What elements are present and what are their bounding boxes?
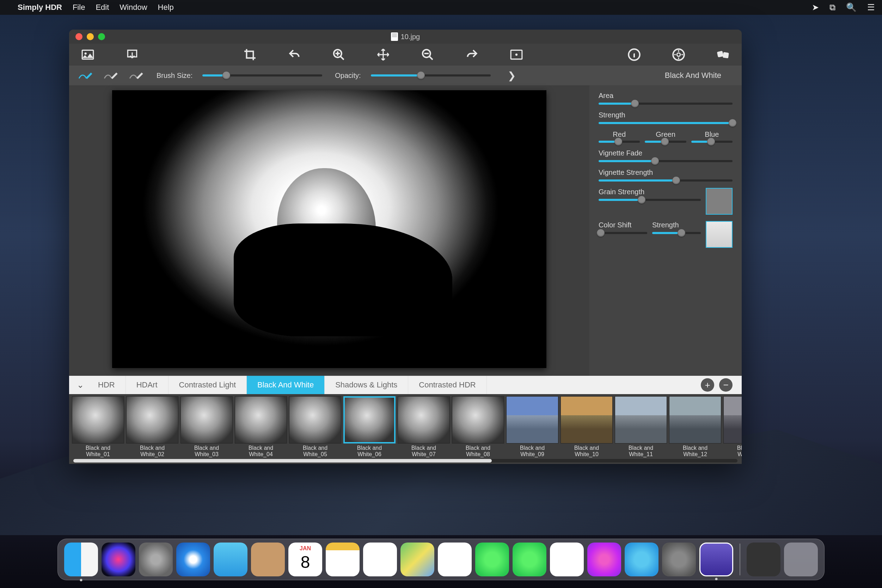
preset-scrollbar[interactable] <box>74 459 738 462</box>
dock-launchpad[interactable] <box>139 543 173 576</box>
compare-icon[interactable] <box>509 47 524 62</box>
open-image-icon[interactable] <box>80 47 95 62</box>
preset-black-and-white-06[interactable]: Black and White_06 <box>344 396 396 459</box>
grain-strength-label: Grain Strength <box>598 188 701 196</box>
expand-chevron-icon[interactable]: ❯ <box>508 70 516 81</box>
dock-contacts[interactable] <box>251 543 285 576</box>
brush-tool-2-icon[interactable] <box>104 70 118 81</box>
info-icon[interactable] <box>627 47 642 62</box>
red-slider[interactable] <box>598 141 640 143</box>
vignette-strength-label: Vignette Strength <box>598 168 732 177</box>
dock-notes[interactable] <box>326 543 360 576</box>
preset-black-and-white-09[interactable]: Black and White_09 <box>506 396 558 459</box>
preset-black-and-white-13[interactable]: Black and White_13 <box>723 396 742 459</box>
preset-black-and-white-08[interactable]: Black and White_08 <box>452 396 504 459</box>
menu-window[interactable]: Window <box>120 3 147 12</box>
dock-photos[interactable] <box>438 543 472 576</box>
settings-icon[interactable] <box>671 47 686 62</box>
grain-strength-slider[interactable] <box>598 199 701 201</box>
screen-mirror-icon[interactable]: ⧉ <box>830 3 836 12</box>
svg-point-1 <box>85 52 87 55</box>
dock-itunes[interactable] <box>587 543 621 576</box>
dock-separator <box>740 544 740 575</box>
window-minimize-button[interactable] <box>87 33 94 40</box>
dock-siri[interactable] <box>102 543 135 576</box>
dock-maps[interactable] <box>400 543 434 576</box>
document-icon <box>391 32 398 41</box>
svg-point-8 <box>677 53 680 56</box>
zoom-in-icon[interactable] <box>332 47 346 62</box>
strength-slider[interactable] <box>598 122 732 124</box>
brush-tool-1-icon[interactable] <box>78 70 93 81</box>
preset-black-and-white-12[interactable]: Black and White_12 <box>669 396 721 459</box>
dock-trash[interactable] <box>784 543 818 576</box>
opacity-slider[interactable] <box>371 74 491 76</box>
grain-preview[interactable] <box>706 188 732 214</box>
macos-menubar: Simply HDR File Edit Window Help ➤ ⧉ 🔍 ☰ <box>0 0 882 15</box>
pan-icon[interactable] <box>376 47 391 62</box>
add-preset-button[interactable]: + <box>701 378 714 392</box>
dock-messages[interactable] <box>475 543 509 576</box>
color-shift-slider[interactable] <box>598 232 647 234</box>
redo-icon[interactable] <box>465 47 479 62</box>
dock-mail[interactable] <box>214 543 248 576</box>
svg-point-5 <box>515 54 518 56</box>
dock-reminders[interactable] <box>363 543 397 576</box>
dock-news[interactable] <box>550 543 584 576</box>
preset-black-and-white-02[interactable]: Black and White_02 <box>126 396 178 459</box>
area-label: Area <box>598 92 732 100</box>
preset-black-and-white-01[interactable]: Black and White_01 <box>72 396 124 459</box>
tab-hdr[interactable]: HDR <box>87 376 126 394</box>
canvas-area[interactable] <box>69 85 590 376</box>
menu-edit[interactable]: Edit <box>96 3 109 12</box>
app-menu[interactable]: Simply HDR <box>18 3 62 12</box>
tab-hdart[interactable]: HDArt <box>126 376 168 394</box>
collapse-chevron-icon[interactable]: ⌄ <box>74 380 87 390</box>
brush-size-slider[interactable] <box>202 74 322 76</box>
color-preview[interactable] <box>706 221 732 248</box>
tab-black-and-white[interactable]: Black And White <box>247 376 325 394</box>
svg-rect-9 <box>717 51 724 57</box>
window-titlebar[interactable]: 10.jpg <box>69 30 742 44</box>
area-slider[interactable] <box>598 103 732 105</box>
preset-black-and-white-03[interactable]: Black and White_03 <box>180 396 232 459</box>
undo-icon[interactable] <box>287 47 302 62</box>
menu-help[interactable]: Help <box>158 3 174 12</box>
crop-icon[interactable] <box>243 47 257 62</box>
zoom-out-icon[interactable] <box>420 47 435 62</box>
save-icon[interactable] <box>125 47 140 62</box>
vignette-fade-slider[interactable] <box>598 160 732 162</box>
dock-calendar[interactable] <box>288 543 322 576</box>
preset-black-and-white-04[interactable]: Black and White_04 <box>235 396 287 459</box>
vignette-strength-slider[interactable] <box>598 179 732 182</box>
brush-toolbar: Brush Size: Opacity: ❯ Black And White <box>69 66 742 85</box>
spotlight-icon[interactable]: 🔍 <box>846 3 856 12</box>
dock-preferences[interactable] <box>662 543 696 576</box>
dock-facetime[interactable] <box>513 543 546 576</box>
remove-preset-button[interactable]: − <box>719 378 732 392</box>
dock-appstore[interactable] <box>625 543 658 576</box>
tab-shadows-lights[interactable]: Shadows & Lights <box>325 376 408 394</box>
image-canvas[interactable] <box>112 90 546 368</box>
dock-simply-hdr[interactable] <box>699 543 733 576</box>
dock-downloads[interactable] <box>747 543 780 576</box>
color-strength-slider[interactable] <box>652 232 701 234</box>
menu-file[interactable]: File <box>73 3 85 12</box>
dock-finder[interactable] <box>64 543 98 576</box>
window-title: 10.jpg <box>401 33 420 41</box>
brush-tool-3-icon[interactable] <box>129 70 144 81</box>
preset-black-and-white-11[interactable]: Black and White_11 <box>615 396 667 459</box>
window-zoom-button[interactable] <box>98 33 105 40</box>
list-icon[interactable]: ☰ <box>867 3 875 12</box>
green-slider[interactable] <box>645 141 686 143</box>
preset-black-and-white-05[interactable]: Black and White_05 <box>289 396 341 459</box>
cursor-icon[interactable]: ➤ <box>812 3 819 12</box>
preset-black-and-white-07[interactable]: Black and White_07 <box>398 396 450 459</box>
preset-black-and-white-10[interactable]: Black and White_10 <box>561 396 613 459</box>
tab-contrasted-light[interactable]: Contrasted Light <box>168 376 247 394</box>
dock-safari[interactable] <box>176 543 210 576</box>
window-close-button[interactable] <box>75 33 82 40</box>
tab-contrasted-hdr[interactable]: Contrasted HDR <box>408 376 486 394</box>
blue-slider[interactable] <box>691 141 732 143</box>
random-icon[interactable] <box>716 47 730 62</box>
